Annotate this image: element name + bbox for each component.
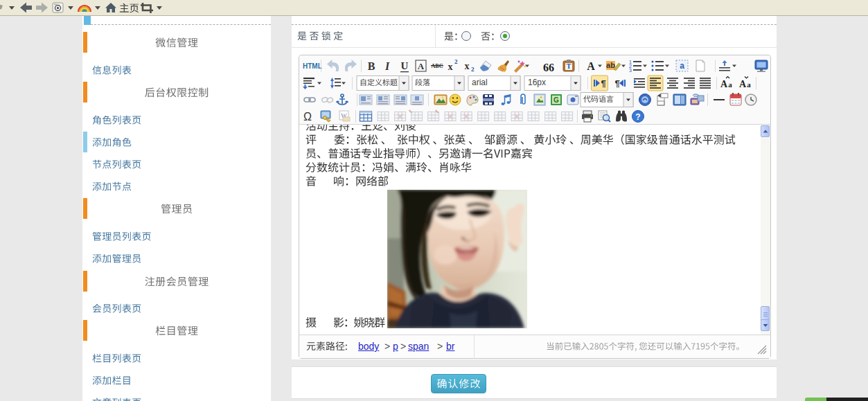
svg-text:B: B [368,60,375,72]
svg-text:¶: ¶ [614,78,619,89]
svg-text:G: G [553,96,559,104]
svg-text:2: 2 [454,58,458,65]
svg-text:A: A [720,79,728,89]
svg-text:2: 2 [471,66,475,73]
svg-text:A: A [739,79,747,89]
svg-text:x: x [448,62,453,72]
svg-text:a: a [747,80,751,89]
svg-text:ab: ab [606,61,615,69]
svg-text:a: a [680,61,684,71]
svg-text:U: U [401,60,409,71]
svg-text:?: ? [635,112,640,122]
svg-text:¶: ¶ [601,78,605,89]
svg-text:3: 3 [629,68,632,73]
svg-text:a: a [728,80,732,89]
svg-text:HTML: HTML [303,62,322,70]
svg-text:T: T [567,62,572,70]
svg-text:66: 66 [543,62,554,73]
svg-text:A: A [587,60,595,72]
svg-text:Ω: Ω [303,111,312,123]
svg-text:I: I [384,60,390,72]
svg-text:A: A [418,61,425,71]
svg-text:x: x [465,61,470,71]
